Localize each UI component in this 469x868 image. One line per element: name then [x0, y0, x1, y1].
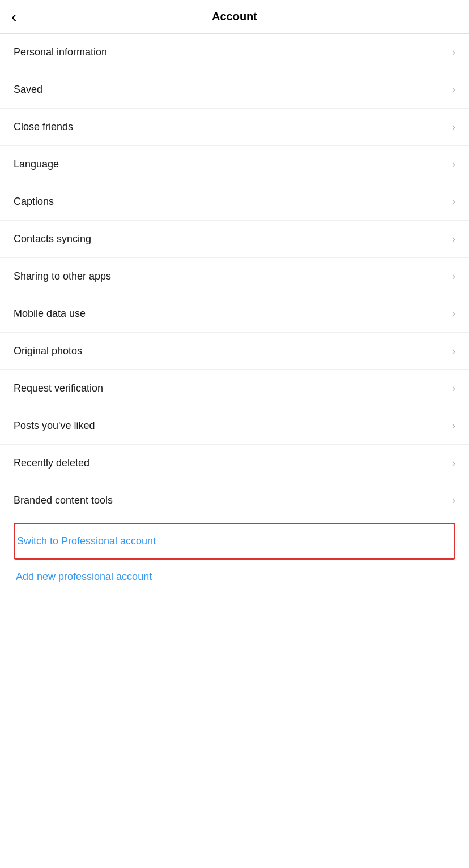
menu-item-label-posts-youve-liked: Posts you've liked	[14, 420, 95, 432]
chevron-icon-sharing-to-other-apps: ›	[452, 270, 455, 282]
menu-item-label-personal-information: Personal information	[14, 46, 107, 58]
menu-item-captions[interactable]: Captions›	[0, 183, 469, 221]
page-title: Account	[212, 10, 257, 23]
menu-item-label-request-verification: Request verification	[14, 383, 103, 394]
chevron-icon-original-photos: ›	[452, 345, 455, 357]
menu-item-close-friends[interactable]: Close friends›	[0, 109, 469, 146]
menu-item-language[interactable]: Language›	[0, 146, 469, 183]
chevron-icon-captions: ›	[452, 196, 455, 208]
menu-item-label-sharing-to-other-apps: Sharing to other apps	[14, 270, 111, 282]
menu-item-posts-youve-liked[interactable]: Posts you've liked›	[0, 407, 469, 445]
chevron-icon-personal-information: ›	[452, 46, 455, 58]
chevron-icon-recently-deleted: ›	[452, 457, 455, 469]
menu-item-mobile-data-use[interactable]: Mobile data use›	[0, 295, 469, 333]
menu-item-personal-information[interactable]: Personal information›	[0, 34, 469, 71]
menu-item-contacts-syncing[interactable]: Contacts syncing›	[0, 221, 469, 258]
chevron-icon-contacts-syncing: ›	[452, 233, 455, 245]
chevron-icon-branded-content-tools: ›	[452, 495, 455, 506]
chevron-icon-posts-youve-liked: ›	[452, 420, 455, 432]
menu-item-sharing-to-other-apps[interactable]: Sharing to other apps›	[0, 258, 469, 295]
special-section: Switch to Professional account Add new p…	[0, 523, 469, 594]
chevron-icon-language: ›	[452, 158, 455, 170]
menu-item-original-photos[interactable]: Original photos›	[0, 333, 469, 370]
chevron-icon-close-friends: ›	[452, 121, 455, 133]
add-professional-label: Add new professional account	[16, 571, 152, 582]
menu-item-saved[interactable]: Saved›	[0, 71, 469, 109]
menu-item-request-verification[interactable]: Request verification›	[0, 370, 469, 407]
menu-item-label-contacts-syncing: Contacts syncing	[14, 233, 91, 245]
switch-professional-button[interactable]: Switch to Professional account	[14, 523, 455, 560]
back-button[interactable]: ‹	[11, 9, 16, 25]
chevron-icon-mobile-data-use: ›	[452, 308, 455, 320]
menu-item-label-mobile-data-use: Mobile data use	[14, 308, 86, 320]
add-professional-button[interactable]: Add new professional account	[14, 560, 455, 594]
menu-item-recently-deleted[interactable]: Recently deleted›	[0, 445, 469, 482]
menu-list: Personal information›Saved›Close friends…	[0, 34, 469, 519]
menu-item-branded-content-tools[interactable]: Branded content tools›	[0, 482, 469, 519]
chevron-icon-request-verification: ›	[452, 383, 455, 394]
switch-professional-label: Switch to Professional account	[17, 535, 156, 547]
menu-item-label-saved: Saved	[14, 84, 42, 96]
menu-item-label-close-friends: Close friends	[14, 121, 73, 133]
header: ‹ Account	[0, 0, 469, 34]
menu-item-label-original-photos: Original photos	[14, 345, 82, 357]
menu-item-label-captions: Captions	[14, 196, 54, 208]
menu-item-label-branded-content-tools: Branded content tools	[14, 495, 113, 506]
menu-item-label-recently-deleted: Recently deleted	[14, 457, 89, 469]
menu-item-label-language: Language	[14, 158, 59, 170]
chevron-icon-saved: ›	[452, 84, 455, 96]
